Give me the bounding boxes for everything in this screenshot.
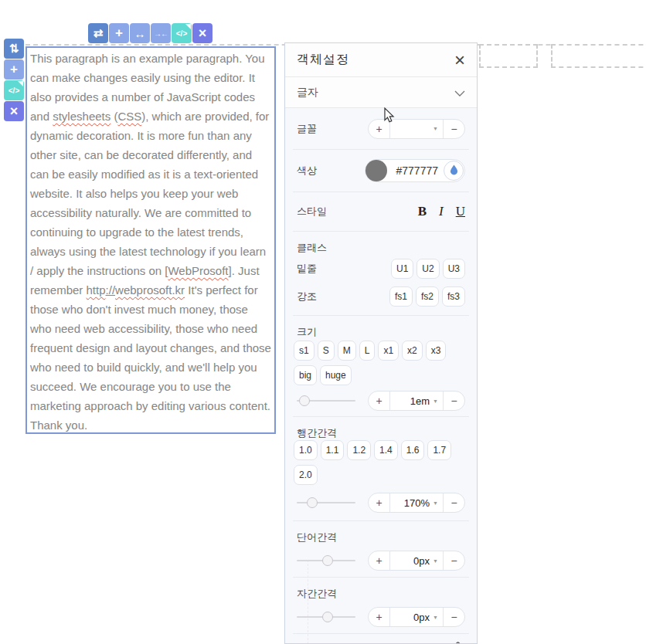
size-chip[interactable]: M — [338, 341, 356, 361]
underline-class-label: 밑줄 — [297, 262, 317, 276]
line-spacing-buttons: 1.01.11.21.41.61.72.0 — [285, 440, 477, 485]
line-spacing-label: 행간간격 — [297, 426, 337, 440]
add-button[interactable]: + — [4, 59, 24, 80]
word-spacing-label: 단어간격 — [297, 530, 337, 544]
size-chip[interactable]: huge — [320, 365, 352, 385]
corner-badge — [18, 81, 23, 86]
eraser-icon — [448, 641, 464, 644]
slider-track — [297, 502, 355, 503]
slider-knob[interactable] — [307, 497, 318, 508]
italic-button[interactable]: I — [439, 204, 444, 219]
size-decrease-button[interactable]: − — [444, 395, 464, 407]
underline-button[interactable]: U — [456, 204, 465, 219]
chevron-down-icon — [454, 86, 465, 99]
underline-class-chip[interactable]: U1 — [391, 259, 413, 279]
size-stepper: + 1em ▼ − — [368, 391, 465, 411]
size-dropdown[interactable]: 1em ▼ — [389, 391, 444, 410]
object-type-select[interactable]: 글자 — [285, 77, 477, 108]
line-spacing-chip[interactable]: 1.7 — [427, 440, 451, 460]
size-chip[interactable]: x2 — [402, 341, 423, 361]
bold-button[interactable]: B — [418, 204, 427, 219]
line-spacing-chip[interactable]: 1.0 — [294, 440, 318, 460]
corner-badge — [185, 24, 191, 29]
size-chip[interactable]: s1 — [294, 341, 314, 361]
spellcheck-word: webprosoft.kr — [115, 283, 185, 297]
size-chip[interactable]: L — [359, 341, 376, 361]
delete-button[interactable]: × — [4, 101, 24, 121]
paragraph-block[interactable]: This paragraph is an example paragraph. … — [26, 46, 276, 434]
close-icon[interactable]: × — [454, 53, 465, 68]
delete-button[interactable]: × — [192, 23, 212, 43]
paragraph-segment: It's perfect for those who don't invest … — [30, 283, 271, 432]
emphasis-class-chip[interactable]: fs3 — [442, 286, 465, 307]
color-value[interactable]: #777777 — [387, 164, 444, 177]
word-spacing-decrease-button[interactable]: − — [444, 554, 464, 567]
empty-block-placeholder[interactable] — [479, 44, 538, 68]
spellcheck-word: WebProsoft — [168, 264, 228, 277]
line-spacing-increase-button[interactable]: + — [369, 497, 389, 509]
word-spacing-slider[interactable] — [297, 555, 355, 566]
word-spacing-increase-button[interactable]: + — [369, 554, 389, 567]
move-vertical-button[interactable]: ⇅ — [4, 39, 24, 59]
font-label: 글꼴 — [297, 122, 317, 136]
letter-spacing-label: 자간간격 — [297, 587, 337, 601]
swap-button[interactable]: ⇄ — [88, 23, 108, 43]
expand-horizontal-button[interactable]: ↔ — [130, 23, 150, 43]
object-settings-panel: 객체설정 × 글자 글꼴 + ▼ − 색상 — [284, 42, 478, 644]
add-button[interactable]: + — [109, 23, 129, 43]
color-picker-button[interactable] — [444, 161, 464, 181]
paragraph-segment: :// — [106, 283, 116, 297]
code-button[interactable]: </> — [4, 80, 24, 100]
style-buttons: B I U — [418, 204, 465, 219]
color-swatch[interactable] — [366, 160, 387, 181]
font-decrease-button[interactable]: − — [444, 123, 464, 135]
letter-spacing-increase-button[interactable]: + — [369, 611, 389, 623]
slider-knob[interactable] — [299, 395, 310, 406]
style-label: 스타일 — [297, 205, 327, 219]
panel-header: 객체설정 × — [285, 43, 477, 77]
line-spacing-dropdown[interactable]: 170% ▼ — [389, 493, 444, 512]
collapse-horizontal-button[interactable]: →← — [151, 23, 171, 43]
underline-class-chip[interactable]: U3 — [443, 259, 465, 279]
line-spacing-chip[interactable]: 1.6 — [401, 440, 425, 460]
empty-block-placeholder[interactable] — [551, 44, 646, 68]
letter-spacing-dropdown[interactable]: 0px ▼ — [389, 608, 444, 626]
color-label: 색상 — [297, 164, 317, 178]
letter-spacing-slider[interactable] — [297, 612, 355, 622]
size-chip[interactable]: S — [318, 341, 335, 361]
line-spacing-chip[interactable]: 1.2 — [347, 440, 371, 460]
size-chip[interactable]: x1 — [378, 341, 399, 361]
letter-spacing-stepper: + 0px ▼ − — [368, 607, 465, 627]
line-spacing-chip[interactable]: 1.1 — [321, 440, 345, 460]
caret-down-icon: ▼ — [433, 398, 438, 404]
letter-spacing-decrease-button[interactable]: − — [444, 611, 464, 623]
line-spacing-chip[interactable]: 2.0 — [294, 465, 318, 485]
class-section-label: 클래스 — [297, 241, 327, 255]
word-spacing-dropdown[interactable]: 0px ▼ — [389, 551, 444, 570]
size-chip[interactable]: x3 — [426, 341, 447, 361]
droplet-icon — [450, 164, 458, 178]
underline-class-chip[interactable]: U2 — [416, 259, 439, 279]
object-type-label: 글자 — [297, 86, 318, 100]
emphasis-class-chip[interactable]: fs2 — [416, 286, 439, 307]
font-dropdown[interactable]: ▼ — [389, 120, 444, 138]
slider-knob[interactable] — [322, 555, 333, 566]
reset-styles-button[interactable] — [448, 640, 464, 644]
emphasis-class-chip[interactable]: fs1 — [389, 286, 413, 307]
color-control: #777777 — [365, 159, 465, 182]
line-spacing-decrease-button[interactable]: − — [444, 497, 464, 509]
line-spacing-slider[interactable] — [297, 497, 355, 508]
paragraph-segment: ), which are provided, for dynamic decor… — [30, 110, 269, 277]
line-spacing-chip[interactable]: 1.4 — [374, 440, 398, 460]
spellcheck-word: http — [87, 283, 106, 297]
caret-down-icon: ▼ — [433, 558, 438, 564]
spellcheck-word: stylesheets — [53, 110, 110, 123]
code-button[interactable]: </> — [172, 23, 192, 43]
size-increase-button[interactable]: + — [369, 395, 389, 407]
slider-knob[interactable] — [322, 612, 333, 622]
underline-class-buttons: U1U2U3 — [391, 259, 465, 279]
emphasis-class-label: 강조 — [297, 290, 317, 303]
size-slider[interactable] — [297, 395, 355, 406]
font-stepper: + ▼ − — [368, 119, 465, 139]
size-chip[interactable]: big — [294, 365, 317, 385]
